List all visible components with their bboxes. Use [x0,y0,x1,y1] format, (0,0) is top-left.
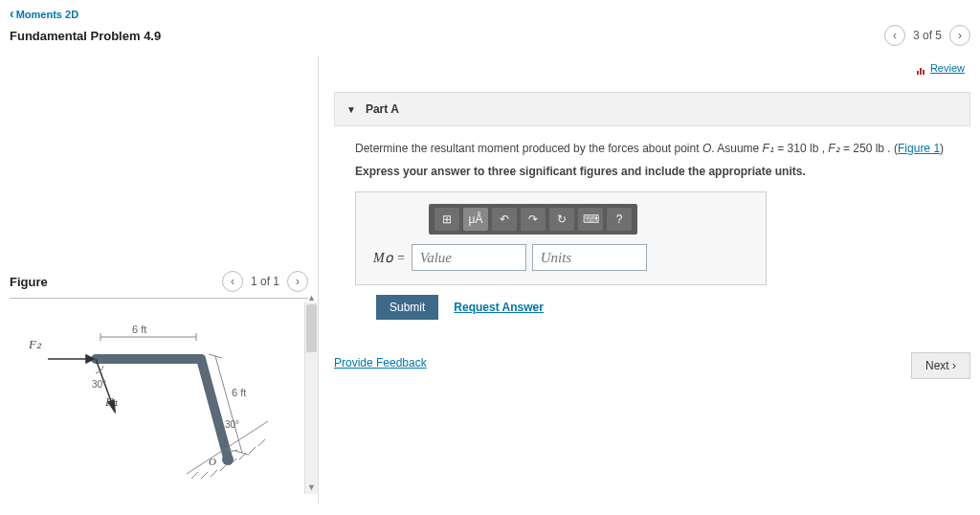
figure-area: F₂ 6 ft 6 ft 30° 30° F₁ O ▲ ▼ [10,302,318,494]
prev-problem-button[interactable]: ‹ [884,25,905,46]
svg-line-2 [201,472,208,479]
reset-button[interactable]: ↻ [549,208,574,231]
svg-line-4 [220,464,227,471]
label-o: O [209,456,216,467]
figure-prev-button[interactable]: ‹ [222,271,243,292]
templates-button[interactable]: ⊞ [434,208,459,231]
label-dim2: 6 ft [232,387,246,398]
back-link[interactable]: Moments 2D [10,9,78,20]
provide-feedback-link[interactable]: Provide Feedback [334,356,427,369]
figure-scrollbar[interactable]: ▲ ▼ [304,302,318,494]
svg-line-10 [201,359,228,458]
review-link[interactable]: Review [930,62,965,74]
instruction-text: Determine the resultant moment produced … [355,140,961,157]
part-label: Part A [366,102,399,116]
problem-diagram [19,306,287,488]
request-answer-link[interactable]: Request Answer [454,301,544,314]
answer-box: ⊞ μÅ ↶ ↷ ↻ ⌨ ? Mᴏ = [355,191,767,285]
figure-pager-text: 1 of 1 [251,275,279,288]
figure-pager: ‹ 1 of 1 › [222,271,308,292]
divider [10,298,308,299]
express-text: Express your answer to three significant… [355,163,961,180]
svg-point-11 [222,454,234,465]
problem-pager: ‹ 3 of 5 › [884,25,970,46]
label-f1: F₁ [105,394,118,410]
page-title: Fundamental Problem 4.9 [10,29,161,43]
scroll-down-icon[interactable]: ▼ [305,481,318,494]
mo-label: Mᴏ = [373,250,406,266]
label-angle2: 30° [225,419,239,430]
units-input[interactable] [532,244,647,271]
value-input[interactable] [412,244,526,271]
review-icon [916,61,925,69]
scroll-thumb[interactable] [306,304,317,352]
special-chars-button[interactable]: μÅ [463,208,488,231]
next-button[interactable]: Next › [911,352,970,379]
chevron-down-icon: ▼ [346,104,356,115]
part-header[interactable]: ▼ Part A [334,92,970,126]
redo-button[interactable]: ↷ [521,208,546,231]
keyboard-button[interactable]: ⌨ [578,208,603,231]
undo-button[interactable]: ↶ [492,208,517,231]
svg-line-7 [249,447,256,454]
label-angle1: 30° [92,379,106,390]
figure-ref-link[interactable]: Figure 1 [898,142,940,155]
help-button[interactable]: ? [607,208,632,231]
svg-line-3 [211,470,217,477]
figure-next-button[interactable]: › [287,271,308,292]
svg-line-1 [191,472,198,479]
pager-text: 3 of 5 [913,29,942,42]
scroll-up-icon[interactable]: ▲ [305,291,318,304]
svg-line-8 [258,439,265,446]
label-dim1: 6 ft [132,324,146,335]
label-f2: F₂ [29,337,41,352]
next-problem-button[interactable]: › [949,25,970,46]
figure-title: Figure [10,275,48,289]
formula-toolbar: ⊞ μÅ ↶ ↷ ↻ ⌨ ? [429,204,637,235]
submit-button[interactable]: Submit [376,295,438,320]
